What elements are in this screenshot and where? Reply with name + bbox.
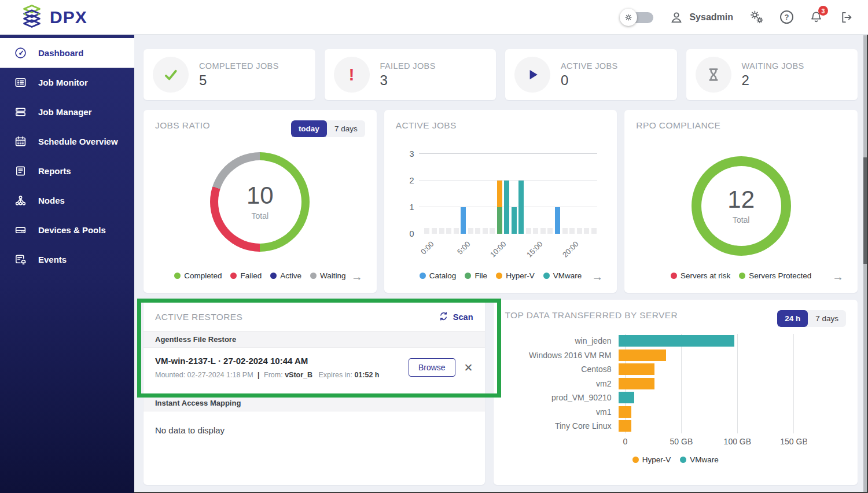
browse-button[interactable]: Browse <box>409 358 455 377</box>
user-menu[interactable]: Sysadmin <box>669 10 733 25</box>
x-axis-tick-20-00: 20:00 <box>556 240 580 264</box>
legend-item-completed: Completed <box>174 271 222 280</box>
bar-zone <box>619 335 840 347</box>
sidebar-item-label: Job Monitor <box>38 78 88 87</box>
toggle-today[interactable]: today <box>291 120 327 137</box>
hour-slot-22 <box>583 228 590 234</box>
top-data-legend: Hyper-VVMware <box>505 455 847 464</box>
sidebar-item-nodes[interactable]: Nodes <box>0 186 134 215</box>
active-jobs-title: ACTIVE JOBS <box>396 120 457 131</box>
sidebar-item-reports[interactable]: Reports <box>0 156 134 186</box>
active-restores-card: ACTIVE RESTORES Scan Agen <box>144 300 485 485</box>
bar-slots <box>424 154 598 234</box>
y-axis-tick-2: 2 <box>403 176 414 185</box>
stat-card-failed-jobs: !FAILED JOBS3 <box>325 49 496 100</box>
empty-slot-stub <box>483 228 488 234</box>
bar-zone <box>619 420 840 432</box>
legend-label: Waiting <box>320 271 346 280</box>
active-jobs-arrow-icon[interactable]: → <box>591 271 603 282</box>
devices-pools-icon <box>14 223 27 237</box>
toggle-7days[interactable]: 7 days <box>808 310 846 327</box>
hour-slot-8 <box>481 228 489 234</box>
data-bar-hyper-v <box>619 363 654 375</box>
toggle-24h[interactable]: 24 h <box>777 310 808 327</box>
logo-text: DPX <box>50 8 87 27</box>
app-root: DPX Sysadmin <box>0 0 868 493</box>
main-content: COMPLETED JOBS5!FAILED JOBS3ACTIVE JOBS0… <box>134 35 868 493</box>
legend-dot-icon <box>739 273 745 279</box>
settings-toggle[interactable] <box>620 9 653 26</box>
dashboard-icon <box>14 46 27 60</box>
server-label: vm1 <box>505 407 619 417</box>
hour-slot-12 <box>510 207 518 234</box>
sidebar-item-dashboard[interactable]: Dashboard <box>0 38 134 68</box>
sidebar-item-label: Job Manager <box>38 107 92 117</box>
server-label: Windows 2016 VM RM <box>505 351 619 360</box>
stat-text: FAILED JOBS3 <box>380 61 436 89</box>
legend-dot-icon <box>230 273 237 279</box>
help-icon[interactable]: ? <box>780 10 793 24</box>
sidebar-item-job-manager[interactable]: Job Manager <box>0 97 134 127</box>
scan-button[interactable]: Scan <box>439 311 473 323</box>
hour-slot-4 <box>453 228 460 234</box>
legend-label: Hyper-V <box>506 271 535 280</box>
nodes-icon <box>14 194 27 207</box>
x-axis-tick-10-00: 10:00 <box>484 240 508 264</box>
legend-dot-icon <box>632 457 639 463</box>
sidebar-item-label: Nodes <box>38 196 65 205</box>
logout-icon[interactable] <box>839 10 854 25</box>
sidebar-nav: DashboardJob MonitorJob ManagerSchedule … <box>0 35 134 493</box>
notifications-bell-icon[interactable]: 3 <box>809 10 823 24</box>
hour-slot-3 <box>445 228 453 234</box>
check-icon <box>153 57 189 93</box>
close-icon[interactable]: ✕ <box>464 361 473 374</box>
refresh-icon <box>439 311 448 323</box>
active-jobs-legend: CatalogFileHyper-VVMware <box>390 271 612 280</box>
x-axis-tick-15-00: 15:00 <box>520 240 545 264</box>
stats-row: COMPLETED JOBS5!FAILED JOBS3ACTIVE JOBS0… <box>144 49 858 100</box>
sidebar-item-label: Schedule Overview <box>38 137 118 146</box>
sidebar-item-schedule-overview[interactable]: Schedule Overview <box>0 127 134 156</box>
rpo-total-label: Total <box>733 215 750 225</box>
jobs-ratio-range-toggle: today 7 days <box>291 120 365 137</box>
toggle-7days[interactable]: 7 days <box>327 120 365 137</box>
charts-row: JOBS RATIO today 7 days 10 Total Complet… <box>144 110 858 293</box>
bar-zone <box>619 392 840 403</box>
hour-slot-10 <box>496 181 503 234</box>
y-axis-tick-3: 3 <box>403 149 414 159</box>
stat-label: ACTIVE JOBS <box>561 61 618 71</box>
active-jobs-bar-chart: 01230:005:0010:0015:0020:00 <box>419 154 598 234</box>
sidebar-item-label: Events <box>38 255 67 264</box>
stat-card-completed-jobs: COMPLETED JOBS5 <box>144 49 315 100</box>
stat-text: ACTIVE JOBS0 <box>561 61 618 89</box>
legend-label: Completed <box>184 271 222 280</box>
sidebar-item-job-monitor[interactable]: Job Monitor <box>0 68 134 97</box>
job-monitor-icon <box>14 76 27 89</box>
jobs-ratio-card: JOBS RATIO today 7 days 10 Total Complet… <box>144 110 377 293</box>
server-label: win_jeden <box>505 336 619 345</box>
jobs-ratio-arrow-icon[interactable]: → <box>351 271 363 282</box>
scrollbar-thumb[interactable] <box>863 157 867 264</box>
bar-zone <box>619 406 840 418</box>
bar-catalog <box>461 207 466 234</box>
top-data-rows: win_jedenWindows 2016 VM RMCentos8vm2pro… <box>505 334 847 433</box>
bar-catalog <box>555 207 560 234</box>
hour-slot-16 <box>539 228 547 234</box>
rpo-arrow-icon[interactable]: → <box>832 271 844 282</box>
empty-slot-stub <box>432 228 437 234</box>
active-jobs-card: ACTIVE JOBS 01230:005:0010:0015:0020:00 … <box>384 110 617 293</box>
user-icon <box>669 10 684 25</box>
dpx-logo[interactable]: DPX <box>20 4 87 31</box>
y-axis-tick-1: 1 <box>403 203 414 212</box>
rpo-compliance-card: RPO COMPLIANCE 12 Total Servers at riskS… <box>624 110 858 293</box>
bar-vmware <box>512 207 517 234</box>
sidebar-item-events[interactable]: Events <box>0 245 134 274</box>
top-data-range-toggle: 24 h 7 days <box>777 310 846 327</box>
legend-dot-icon <box>680 457 686 463</box>
server-label: Tiny Core Linux <box>505 421 619 431</box>
services-gears-icon[interactable] <box>749 9 764 25</box>
sidebar-item-label: Devices & Pools <box>38 225 106 235</box>
x-axis-tick-150: 150 GB <box>780 437 807 446</box>
stat-text: COMPLETED JOBS5 <box>199 61 279 89</box>
sidebar-item-devices-pools[interactable]: Devices & Pools <box>0 215 134 245</box>
